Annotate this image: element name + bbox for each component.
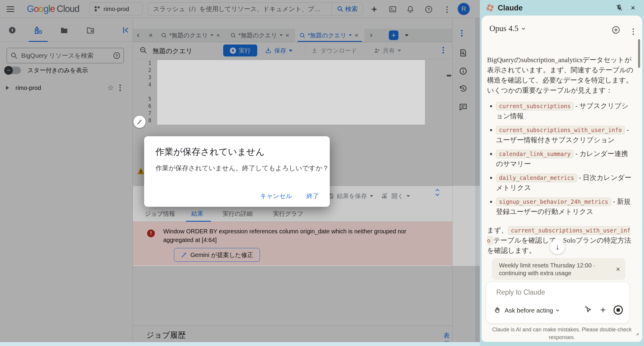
close-panel-icon[interactable]: ×: [628, 3, 638, 13]
bigquery-studio-icon[interactable]: [34, 26, 43, 35]
list-item: signup_user_behavior_24h_metrics - 新規登録ユ…: [496, 197, 634, 217]
query-tab-3-active[interactable]: *無題のクエリ ×: [295, 29, 364, 42]
list-item: current_subscriptions_with_user_info - ユ…: [496, 125, 634, 145]
managed-folder-icon[interactable]: [86, 26, 95, 35]
query-tab-1[interactable]: *無題のクエリ ×: [157, 29, 226, 42]
hand-icon: [494, 307, 501, 314]
attach-plus-icon[interactable]: +: [600, 305, 606, 315]
cloud-shell-icon[interactable]: [389, 5, 397, 13]
cancel-button[interactable]: キャンセル: [260, 192, 292, 200]
search-button[interactable]: 検索: [332, 3, 363, 15]
chat-options-icon[interactable]: [628, 26, 639, 37]
tab-close-icon[interactable]: ×: [286, 32, 289, 39]
expand-panel-icon[interactable]: [436, 189, 439, 195]
permission-mode-selector[interactable]: Ask before acting: [494, 307, 559, 314]
compass-explorer-icon[interactable]: [8, 26, 17, 35]
share-button[interactable]: 共有: [373, 45, 401, 56]
account-avatar[interactable]: R: [457, 3, 470, 15]
model-dropdown-icon: [522, 26, 525, 30]
open-dropdown-icon[interactable]: [406, 195, 410, 197]
toolbar-more-icon[interactable]: [443, 47, 444, 53]
confirm-exit-button[interactable]: 終了: [306, 192, 319, 200]
tab-dropdown-icon[interactable]: [210, 34, 213, 36]
history-icon[interactable]: [458, 84, 468, 94]
tab-results[interactable]: 結果: [191, 210, 203, 218]
global-search[interactable]: スラッシュ（/）を使用してリソース、ドキュメント、プロダ... 検索: [147, 2, 363, 16]
close-all-tab-icon[interactable]: ×: [145, 32, 157, 39]
expand-caret-icon[interactable]: [6, 86, 9, 90]
tabs-scroll-right-icon[interactable]: [364, 34, 376, 37]
project-tree-item[interactable]: rimo-prod ☆: [0, 81, 133, 94]
permission-mode-label: Ask before acting: [505, 307, 553, 314]
editor-selection-highlight: [157, 60, 425, 125]
run-query-button[interactable]: 実行: [223, 45, 257, 56]
dialog-title: 作業が保存されていません: [155, 146, 265, 158]
chat-feedback-icon[interactable]: [458, 102, 468, 112]
menu-icon[interactable]: [7, 6, 14, 12]
notifications-bell-icon[interactable]: [406, 5, 415, 13]
tab-close-icon[interactable]: ×: [355, 32, 358, 39]
editor-scrollbar-thumb[interactable]: [447, 75, 451, 76]
more-options-icon[interactable]: [443, 5, 451, 14]
save-results-button[interactable]: 結果を保存: [327, 190, 373, 202]
error-message: Window ORDER BY expression references co…: [163, 227, 426, 244]
star-icon[interactable]: ☆: [107, 84, 114, 92]
new-tab-dropdown-icon[interactable]: [405, 34, 409, 36]
tab-overflow-menu-icon[interactable]: [461, 30, 463, 36]
resource-search-input[interactable]: BigQuery リソースを検索 ?: [7, 48, 124, 63]
logo-cloud-text: Cloud: [57, 4, 79, 14]
new-tab-button[interactable]: +: [389, 30, 398, 40]
collapse-panel-icon[interactable]: [121, 26, 130, 35]
tree-item-menu-icon[interactable]: [119, 85, 121, 91]
query-icon: [139, 46, 147, 55]
line-number: 6: [141, 103, 151, 109]
query-tab-2[interactable]: *無題のクエリ ×: [226, 29, 295, 42]
panel-scrollbar-thumb[interactable]: [638, 39, 640, 68]
info-icon[interactable]: [458, 66, 468, 76]
save-dropdown-icon[interactable]: [289, 50, 292, 52]
starred-only-toggle[interactable]: −: [5, 66, 21, 74]
search-doc-icon[interactable]: [458, 48, 468, 58]
browser-scrollbar-gutter[interactable]: [475, 0, 480, 346]
unpin-icon[interactable]: [614, 3, 624, 13]
query-error-banner: ! Window ORDER BY expression references …: [133, 222, 452, 265]
search-help-icon[interactable]: ?: [113, 52, 120, 59]
computer-use-cursor-icon[interactable]: [584, 305, 592, 315]
tab-job-info[interactable]: ジョブ情報: [145, 210, 175, 218]
project-icon: [95, 6, 100, 12]
magic-wand-icon: [136, 119, 143, 125]
line-number: 4: [141, 82, 151, 88]
global-search-placeholder: スラッシュ（/）を使用してリソース、ドキュメント、プロダ...: [148, 5, 332, 13]
stop-icon[interactable]: [614, 305, 623, 315]
project-selector[interactable]: rimo-prod: [90, 2, 143, 16]
search-icon: [10, 52, 18, 59]
tab-close-icon[interactable]: ×: [216, 32, 220, 39]
tab-execution-graph[interactable]: 実行グラフ: [273, 210, 303, 218]
folder-icon[interactable]: [60, 26, 69, 35]
tabs-scroll-left-icon[interactable]: [133, 34, 145, 37]
reply-input-card[interactable]: Reply to Claude Ask before acting +: [486, 281, 630, 323]
query-tab-icon: [161, 32, 167, 38]
gemini-edit-wand-button[interactable]: [133, 116, 146, 128]
gemini-fix-button[interactable]: Gemini が提案した修正: [174, 248, 260, 262]
save-query-button[interactable]: 保存: [265, 45, 292, 56]
code-chip: current_subscriptions: [496, 102, 574, 111]
new-chat-icon[interactable]: [611, 25, 621, 35]
save-results-dropdown-icon[interactable]: [370, 195, 373, 197]
starred-filter-label: スター付きのみを表示: [27, 66, 88, 74]
share-dropdown-icon[interactable]: [398, 50, 401, 52]
help-icon[interactable]: ?: [424, 5, 433, 13]
tab-dropdown-icon[interactable]: [349, 34, 352, 36]
download-button[interactable]: ダウンロード: [311, 45, 357, 56]
dismiss-banner-icon[interactable]: ×: [616, 265, 620, 273]
assistant-message: BigQueryのsubscription_analyticsデータセットが表示…: [487, 48, 634, 258]
tab-dropdown-icon[interactable]: [280, 34, 283, 36]
open-results-button[interactable]: 開く: [381, 190, 410, 202]
gemini-sparkle-icon[interactable]: [370, 5, 378, 13]
query-toolbar: 無題のクエリ 実行 保存 ダウンロード 共有: [133, 42, 452, 59]
tab-execution-details[interactable]: 実行の詳細: [223, 210, 252, 218]
scroll-to-bottom-button[interactable]: ↓: [550, 240, 565, 254]
warning-icon: [137, 167, 145, 176]
model-selector[interactable]: Opus 4.5: [489, 24, 525, 33]
limit-banner-text: Weekly limit resets Thursday 12:00 · con…: [499, 261, 609, 277]
